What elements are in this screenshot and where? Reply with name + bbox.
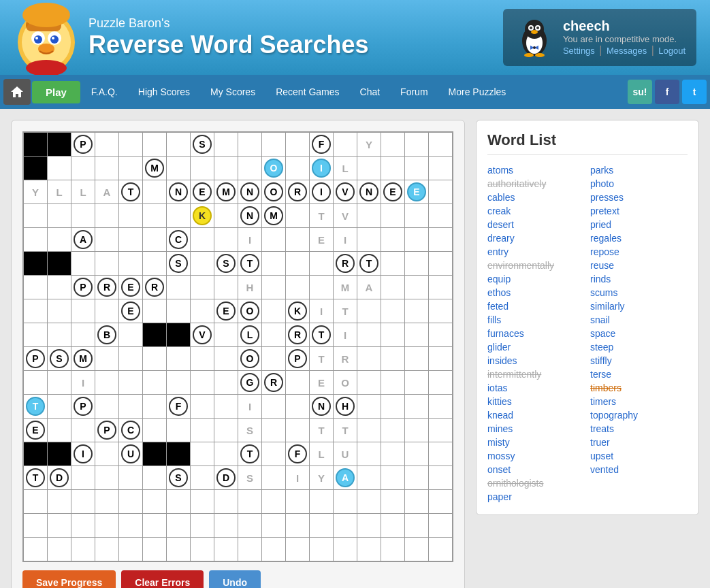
grid-cell[interactable] [167,538,190,561]
word-item[interactable]: onset [487,463,585,476]
grid-cell[interactable] [381,538,404,561]
grid-cell[interactable] [262,347,285,370]
grid-cell[interactable] [143,252,166,275]
grid-cell[interactable] [357,419,381,442]
grid-cell[interactable]: F [286,442,309,466]
grid-cell[interactable] [48,204,71,227]
grid-cell[interactable] [429,514,452,537]
grid-cell[interactable] [357,490,381,513]
grid-cell[interactable]: A [357,276,381,299]
grid-cell[interactable] [24,538,47,561]
grid-cell[interactable] [429,490,452,513]
grid-cell[interactable] [238,133,261,156]
grid-cell[interactable] [48,442,71,466]
grid-cell[interactable] [381,371,404,394]
grid-cell[interactable] [24,299,47,323]
word-item[interactable]: cables [487,191,585,204]
word-item[interactable]: fills [487,313,585,327]
grid-cell[interactable] [143,299,166,323]
grid-cell[interactable] [405,299,428,323]
grid-cell[interactable] [48,133,71,156]
grid-cell[interactable]: Y [24,180,47,203]
logout-link[interactable]: Logout [658,46,685,56]
grid-cell[interactable] [357,299,381,323]
grid-cell[interactable] [24,204,47,227]
grid-cell[interactable] [119,228,142,251]
grid-cell[interactable]: R [334,252,357,275]
grid-cell[interactable]: T [24,466,47,489]
grid-cell[interactable] [381,514,404,537]
grid-cell[interactable] [262,538,285,561]
grid-cell[interactable] [71,299,95,323]
grid-cell[interactable] [381,490,404,513]
grid-cell[interactable] [143,133,166,156]
grid-cell[interactable]: D [48,466,71,489]
grid-cell[interactable] [429,180,452,203]
grid-cell[interactable]: N [310,395,333,418]
grid-cell[interactable] [429,442,452,466]
grid-cell[interactable] [405,442,428,466]
word-item[interactable]: steep [590,340,688,354]
home-button[interactable] [3,79,31,105]
grid-cell[interactable] [405,419,428,442]
grid-cell[interactable] [191,347,214,370]
word-item[interactable]: terse [590,368,688,381]
grid-cell[interactable] [214,323,238,346]
grid-cell[interactable] [334,538,357,561]
grid-cell[interactable]: K [191,204,214,227]
grid-cell[interactable] [429,538,452,561]
grid-cell[interactable] [429,276,452,299]
grid-cell[interactable] [24,157,47,180]
grid-cell[interactable]: R [262,371,285,394]
grid-cell[interactable] [191,228,214,251]
grid-cell[interactable]: P [71,276,95,299]
grid-cell[interactable]: S [238,466,261,489]
grid-cell[interactable] [262,466,285,489]
grid-cell[interactable] [334,514,357,537]
grid-cell[interactable] [119,514,142,537]
grid-cell[interactable] [24,442,47,466]
grid-cell[interactable] [119,538,142,561]
grid-cell[interactable] [143,180,166,203]
undo-button[interactable]: Undo [209,570,261,588]
grid-cell[interactable] [214,490,238,513]
grid-cell[interactable] [48,299,71,323]
grid-cell[interactable] [24,252,47,275]
grid-cell[interactable] [310,514,333,537]
word-item[interactable]: vented [590,463,688,476]
grid-cell[interactable]: C [167,228,190,251]
grid-cell[interactable]: T [357,252,381,275]
word-item[interactable]: repose [590,245,688,259]
grid-cell[interactable] [429,371,452,394]
game-grid[interactable]: PSFYMOILYLLATNEMNORIVNEEKNMTVACIEISSTRTP… [22,131,453,562]
play-button[interactable]: Play [32,81,80,103]
grid-cell[interactable] [95,204,118,227]
grid-cell[interactable] [24,276,47,299]
grid-cell[interactable] [95,395,118,418]
grid-cell[interactable] [71,157,95,180]
grid-cell[interactable]: I [334,228,357,251]
grid-cell[interactable] [48,395,71,418]
grid-cell[interactable] [405,252,428,275]
grid-cell[interactable]: T [334,419,357,442]
grid-cell[interactable]: O [238,299,261,323]
grid-cell[interactable] [214,395,238,418]
grid-cell[interactable] [381,323,404,346]
grid-cell[interactable] [405,514,428,537]
grid-cell[interactable] [167,323,190,346]
word-item[interactable]: pried [590,218,688,231]
grid-cell[interactable] [381,466,404,489]
word-item[interactable]: atoms [487,163,585,177]
grid-cell[interactable]: P [286,347,309,370]
grid-cell[interactable] [381,204,404,227]
grid-cell[interactable] [357,514,381,537]
grid-cell[interactable] [405,228,428,251]
grid-cell[interactable] [143,371,166,394]
grid-cell[interactable] [143,419,166,442]
grid-cell[interactable]: P [95,419,118,442]
grid-cell[interactable]: I [310,157,333,180]
grid-cell[interactable] [71,490,95,513]
grid-cell[interactable] [262,228,285,251]
grid-cell[interactable]: A [71,228,95,251]
grid-cell[interactable] [48,490,71,513]
